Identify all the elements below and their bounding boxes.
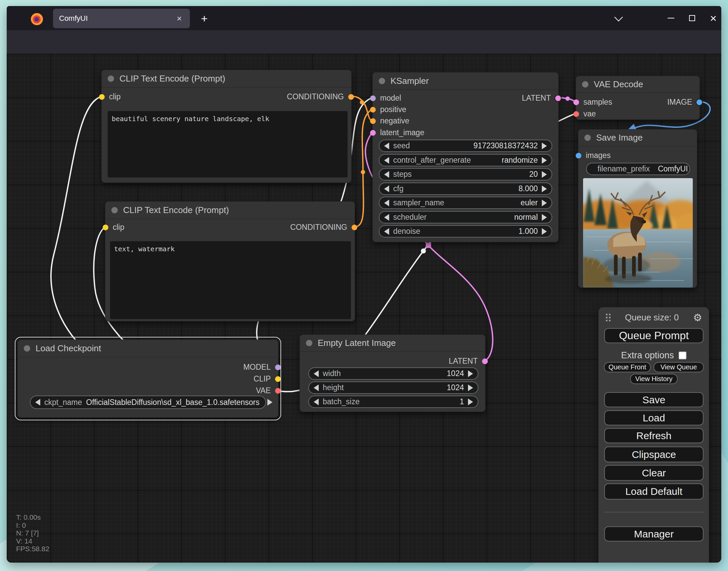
node-header[interactable]: CLIP Text Encode (Prompt) [102,70,351,88]
decrement-icon[interactable] [35,399,40,406]
input-negative[interactable]: negative [373,116,409,125]
widget-denoise[interactable]: denoise 1.000 [379,225,552,238]
latent-port-icon[interactable] [573,99,579,105]
output-conditioning[interactable]: CONDITIONING [287,92,351,101]
prompt-textarea[interactable]: text, watermark [110,241,351,319]
increment-icon[interactable] [468,399,473,405]
input-clip[interactable]: clip [105,223,124,232]
collapse-dot-icon[interactable] [108,75,114,82]
save-button[interactable]: Save [604,392,704,407]
output-latent[interactable]: LATENT [449,357,485,366]
collapse-dot-icon[interactable] [24,345,30,352]
view-history-button[interactable]: View History [630,374,678,384]
increment-icon[interactable] [542,214,547,221]
node-load-checkpoint[interactable]: Load Checkpoint MODEL CLIP VAE ckpt_name… [17,340,278,418]
decrement-icon[interactable] [384,157,389,164]
output-model[interactable]: MODEL [243,363,278,372]
increment-icon[interactable] [267,399,272,406]
decrement-icon[interactable] [384,171,389,178]
generated-image-preview[interactable] [583,178,693,288]
output-clip[interactable]: CLIP [254,374,278,383]
input-clip[interactable]: clip [102,92,121,101]
decrement-icon[interactable] [384,214,389,221]
model-port-icon[interactable] [370,95,376,101]
node-empty-latent-image[interactable]: Empty Latent Image LATENT width 1024 hei… [300,334,485,412]
widget-height[interactable]: height 1024 [308,381,478,394]
increment-icon[interactable] [542,157,547,164]
input-positive[interactable]: positive [373,105,406,114]
widget-ckpt-name[interactable]: ckpt_name OfficialStableDiffusion\sd_xl_… [30,396,266,409]
firefox-icon[interactable] [31,13,43,25]
node-header[interactable]: CLIP Text Encode (Prompt) [105,202,355,219]
input-images[interactable]: images [578,151,611,160]
vae-port-icon[interactable] [275,388,281,394]
clipspace-button[interactable]: Clipspace [604,447,704,462]
collapse-dot-icon[interactable] [111,207,118,213]
node-ksampler[interactable]: KSampler model positive negative latent_… [372,72,559,242]
decrement-icon[interactable] [314,399,319,405]
output-conditioning[interactable]: CONDITIONING [290,223,355,232]
node-header[interactable]: KSampler [373,72,558,90]
drag-handle-icon[interactable] [605,313,611,322]
node-header[interactable]: Save Image [578,129,697,146]
node-clip-text-encode-positive[interactable]: CLIP Text Encode (Prompt) clip CONDITION… [101,70,352,183]
collapse-dot-icon[interactable] [306,340,312,346]
widget-seed[interactable]: seed 917230818372432 [379,140,552,152]
node-header[interactable]: Load Checkpoint [18,340,278,357]
widget-scheduler[interactable]: scheduler normal [379,211,552,223]
node-header[interactable]: Empty Latent Image [300,335,485,352]
new-tab-button[interactable]: + [197,11,212,26]
window-close-button[interactable]: × [710,12,717,24]
conditioning-port-icon[interactable] [370,118,376,124]
increment-icon[interactable] [468,384,473,391]
latent-port-icon[interactable] [482,358,488,364]
widget-steps[interactable]: steps 20 [379,168,552,180]
extra-options-checkbox[interactable] [679,352,686,359]
output-image[interactable]: IMAGE [667,98,699,107]
increment-icon[interactable] [542,228,547,235]
widget-filename-prefix[interactable]: filename_prefix ComfyUI [586,163,690,175]
increment-icon[interactable] [468,370,473,377]
input-latent-image[interactable]: latent_image [373,128,424,137]
maximize-button[interactable] [689,15,695,21]
input-samples[interactable]: samples [576,98,612,107]
view-queue-button[interactable]: View Queue [654,362,704,372]
increment-icon[interactable] [542,186,547,192]
widget-control-after-generate[interactable]: control_after_generate randomize [379,154,552,166]
clip-port-icon[interactable] [99,94,105,100]
output-latent[interactable]: LATENT [522,94,558,103]
decrement-icon[interactable] [314,370,319,377]
tab-close-icon[interactable]: × [175,14,184,23]
widget-sampler-name[interactable]: sampler_name euler [379,197,552,209]
conditioning-port-icon[interactable] [352,224,357,230]
output-vae[interactable]: VAE [256,386,278,395]
load-button[interactable]: Load [604,410,704,425]
minimize-button[interactable] [668,18,674,19]
model-port-icon[interactable] [275,364,281,370]
node-vae-decode[interactable]: VAE Decode samples vae IMAGE [576,76,700,120]
input-model[interactable]: model [373,94,401,103]
conditioning-port-icon[interactable] [370,107,376,112]
node-save-image[interactable]: Save Image images filename_prefix ComfyU… [578,129,697,288]
decrement-icon[interactable] [314,384,319,391]
collapse-dot-icon[interactable] [584,135,591,141]
collapse-dot-icon[interactable] [379,78,385,84]
collapse-dot-icon[interactable] [582,81,588,88]
widget-batch-size[interactable]: batch_size 1 [308,396,478,408]
increment-icon[interactable] [542,143,547,149]
decrement-icon[interactable] [384,143,389,149]
queue-front-button[interactable]: Queue Front [604,362,651,372]
increment-icon[interactable] [542,171,547,178]
widget-width[interactable]: width 1024 [308,367,478,380]
clip-port-icon[interactable] [275,376,281,382]
node-header[interactable]: VAE Decode [576,76,699,93]
browser-tab[interactable]: ComfyUI × [53,9,190,28]
clip-port-icon[interactable] [103,224,108,230]
conditioning-port-icon[interactable] [348,94,354,100]
decrement-icon[interactable] [384,228,389,235]
manager-button[interactable]: Manager [604,526,704,541]
node-clip-text-encode-negative[interactable]: CLIP Text Encode (Prompt) clip CONDITION… [105,201,355,321]
queue-prompt-button[interactable]: Queue Prompt [604,328,704,343]
comfyui-graph-canvas[interactable]: CLIP Text Encode (Prompt) clip CONDITION… [7,54,721,563]
tab-list-chevron-icon[interactable] [614,13,623,21]
